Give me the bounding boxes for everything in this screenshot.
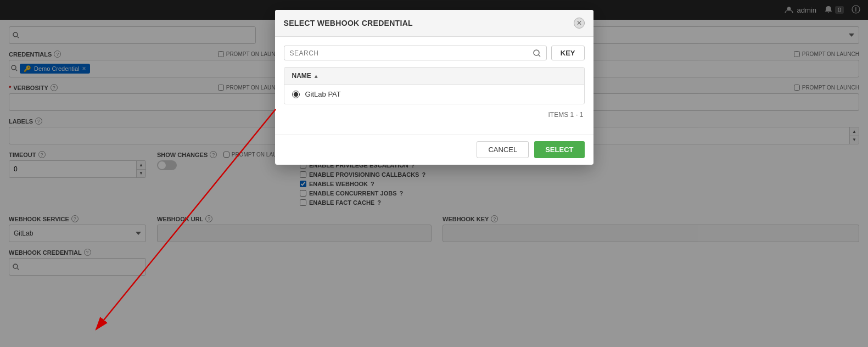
modal-close-button[interactable]: ✕ xyxy=(574,18,585,29)
svg-line-10 xyxy=(539,55,540,57)
svg-point-9 xyxy=(534,50,539,55)
sort-icon[interactable]: ▲ xyxy=(313,73,319,79)
items-count: ITEMS 1 - 1 xyxy=(284,111,585,119)
modal-search-icon xyxy=(533,49,541,57)
modal-footer: CANCEL SELECT xyxy=(275,134,593,165)
modal-search-input[interactable] xyxy=(290,49,530,57)
modal-search-row: KEY xyxy=(284,46,585,60)
modal-search-field[interactable] xyxy=(284,46,547,60)
modal-key-button[interactable]: KEY xyxy=(551,46,585,60)
modal-table: NAME ▲ GitLab PAT xyxy=(284,67,585,104)
select-webhook-credential-modal: SELECT WEBHOOK CREDENTIAL ✕ KEY NAME ▲ G… xyxy=(275,10,593,165)
gitlab-pat-radio[interactable] xyxy=(292,91,300,98)
gitlab-pat-label: GitLab PAT xyxy=(305,90,341,98)
modal-body: KEY NAME ▲ GitLab PAT ITEMS 1 - 1 xyxy=(275,37,593,134)
modal-header: SELECT WEBHOOK CREDENTIAL ✕ xyxy=(275,10,593,37)
cancel-button[interactable]: CANCEL xyxy=(477,141,529,158)
modal-table-row[interactable]: GitLab PAT xyxy=(284,85,584,104)
select-button[interactable]: SELECT xyxy=(534,141,584,158)
modal-title: SELECT WEBHOOK CREDENTIAL xyxy=(284,19,413,27)
modal-table-header: NAME ▲ xyxy=(284,68,584,85)
modal-name-column: NAME xyxy=(292,72,311,80)
